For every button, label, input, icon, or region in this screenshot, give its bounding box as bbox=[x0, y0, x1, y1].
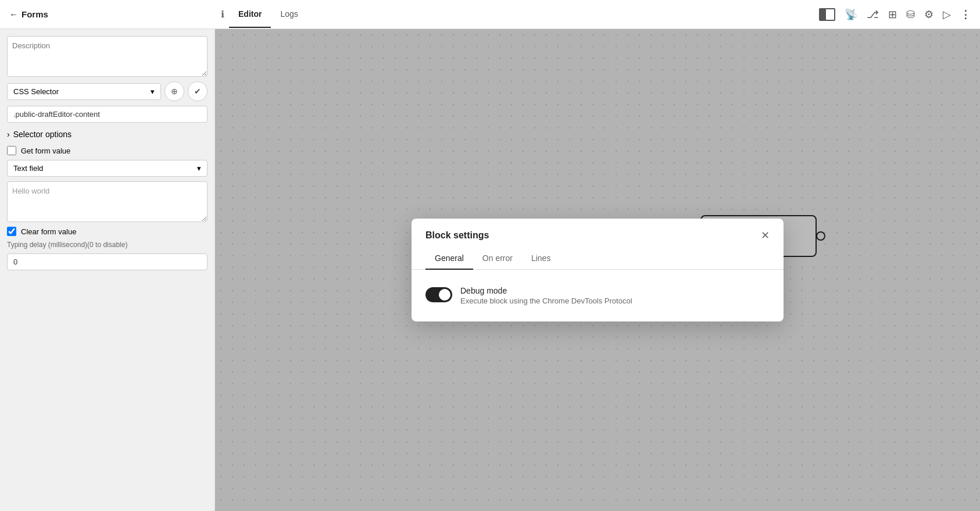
debug-mode-description: Execute block using the Chrome DevTools … bbox=[460, 296, 632, 305]
debug-mode-toggle[interactable] bbox=[425, 287, 452, 302]
main-layout: CSS Selector ▾ ⊕ ✔ .public-draftEditor-c… bbox=[0, 29, 980, 511]
get-form-value-checkbox[interactable] bbox=[7, 146, 16, 155]
play-icon[interactable]: ▷ bbox=[943, 8, 951, 21]
modal-tab-lines[interactable]: Lines bbox=[522, 248, 560, 270]
modal-tab-general[interactable]: General bbox=[425, 248, 473, 270]
css-selector-dropdown[interactable]: CSS Selector ▾ bbox=[7, 83, 161, 100]
settings-icon[interactable]: ⚙ bbox=[924, 8, 933, 21]
checkmark-icon: ✔ bbox=[194, 87, 201, 96]
modal-overlay: Block settings ✕ General On error Lines … bbox=[215, 29, 980, 511]
top-bar-left: ← Forms ℹ bbox=[9, 9, 224, 20]
more-options-icon[interactable]: ⋮ bbox=[960, 8, 971, 21]
css-selector-label: CSS Selector bbox=[13, 87, 59, 96]
modal-tabs: General On error Lines bbox=[412, 248, 784, 270]
canvas-area: Forms Block settings ✕ General On error … bbox=[215, 29, 980, 511]
sidebar: CSS Selector ▾ ⊕ ✔ .public-draftEditor-c… bbox=[0, 29, 215, 511]
top-bar-tabs: Editor Logs bbox=[224, 1, 819, 28]
sidebar-toggle-button[interactable] bbox=[819, 8, 835, 21]
field-type-label: Text field bbox=[13, 164, 43, 173]
field-type-chevron-icon: ▾ bbox=[197, 164, 201, 173]
crosshair-icon: ⊕ bbox=[171, 87, 178, 96]
clear-form-row: Clear form value bbox=[7, 227, 208, 236]
top-bar-right: 📡 ⎇ ⊞ ⛁ ⚙ ▷ ⋮ bbox=[819, 8, 971, 21]
debug-mode-row: Debug mode Execute block using the Chrom… bbox=[425, 286, 770, 305]
selector-value-field[interactable]: .public-draftEditor-content bbox=[7, 106, 208, 123]
get-form-value-row: Get form value bbox=[7, 146, 208, 155]
description-textarea[interactable] bbox=[7, 36, 208, 77]
top-bar: ← Forms ℹ Editor Logs 📡 ⎇ ⊞ ⛁ ⚙ ▷ ⋮ bbox=[0, 0, 980, 29]
delay-input-field[interactable]: 0 bbox=[7, 253, 208, 270]
database-icon[interactable]: ⛁ bbox=[906, 8, 915, 21]
share-icon[interactable]: ⎇ bbox=[867, 8, 879, 21]
get-form-value-label: Get form value bbox=[21, 146, 70, 155]
chevron-down-icon: ▾ bbox=[151, 87, 155, 96]
crosshair-button[interactable]: ⊕ bbox=[164, 81, 184, 101]
modal-header: Block settings ✕ bbox=[412, 219, 784, 241]
selector-options-header[interactable]: › Selector options bbox=[7, 127, 208, 141]
modal-title: Block settings bbox=[425, 230, 489, 241]
page-title: Forms bbox=[22, 9, 48, 19]
clear-form-checkbox[interactable] bbox=[7, 227, 16, 236]
back-button[interactable]: ← Forms bbox=[9, 9, 48, 19]
field-type-dropdown[interactable]: Text field ▾ bbox=[7, 160, 208, 177]
selector-options-label: Selector options bbox=[13, 130, 71, 139]
field-value-textarea[interactable]: Hello world bbox=[7, 181, 208, 222]
back-arrow-icon: ← bbox=[9, 9, 18, 19]
delay-label: Typing delay (millisecond)(0 to disable) bbox=[7, 241, 208, 249]
table-icon[interactable]: ⊞ bbox=[888, 8, 897, 21]
modal-tab-on-error[interactable]: On error bbox=[473, 248, 522, 270]
block-settings-modal: Block settings ✕ General On error Lines … bbox=[412, 219, 784, 321]
broadcast-icon[interactable]: 📡 bbox=[845, 8, 857, 21]
debug-mode-title: Debug mode bbox=[460, 286, 632, 295]
debug-mode-text: Debug mode Execute block using the Chrom… bbox=[460, 286, 632, 305]
tab-logs[interactable]: Logs bbox=[271, 1, 307, 28]
clear-form-label: Clear form value bbox=[21, 227, 76, 236]
tab-editor[interactable]: Editor bbox=[229, 1, 271, 28]
modal-close-button[interactable]: ✕ bbox=[761, 230, 770, 241]
check-button[interactable]: ✔ bbox=[188, 81, 208, 101]
chevron-right-icon: › bbox=[7, 130, 10, 139]
modal-body: Debug mode Execute block using the Chrom… bbox=[412, 270, 784, 321]
selector-row: CSS Selector ▾ ⊕ ✔ bbox=[7, 81, 208, 101]
